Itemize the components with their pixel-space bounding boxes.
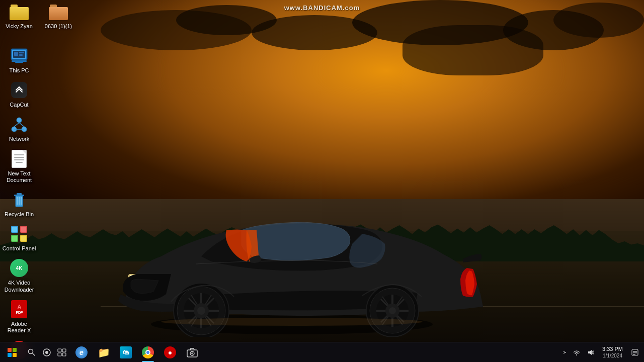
desktop-icon-recycle-bin[interactable]: Recycle Bin (0, 187, 38, 221)
desktop-icons: This PC CapCut (0, 43, 40, 362)
desktop-icon-this-pc[interactable]: This PC (0, 43, 38, 77)
file-icon-0630-label: 0630 (1)(1) (45, 23, 72, 29)
control-panel-icon (9, 224, 29, 244)
user-folder-label: Vicky Zyan (6, 23, 33, 29)
clock-date: 1/1/2024 (603, 352, 622, 359)
svg-rect-52 (12, 227, 17, 232)
taskbar-store-button[interactable]: 🛍 (115, 342, 137, 363)
desktop-icon-adobe-reader[interactable]: A PDF Adobe Reader X (0, 296, 38, 337)
system-tray: 3:33 PM 1/1/2024 (560, 342, 644, 363)
taskbar-media-button[interactable]: ● (159, 342, 181, 363)
svg-rect-69 (633, 352, 637, 353)
svg-rect-63 (62, 353, 66, 356)
tray-network-icon[interactable] (570, 342, 583, 363)
watermark: www.BANDICAM.com (284, 4, 360, 12)
4k-video-label: 4K Video Downloader (2, 280, 36, 293)
svg-rect-44 (17, 193, 22, 195)
capcut-icon-img (9, 80, 29, 100)
taskbar-file-explorer-button[interactable]: 📁 (93, 342, 115, 363)
action-center-button[interactable] (628, 342, 642, 363)
svg-point-15 (197, 307, 205, 315)
taskbar-camera-button[interactable] (181, 342, 203, 363)
task-view-button[interactable] (54, 342, 69, 363)
svg-rect-62 (58, 353, 61, 356)
adobe-reader-icon: A PDF (9, 299, 29, 319)
svg-rect-55 (21, 236, 26, 241)
taskbar-clock[interactable]: 3:33 PM 1/1/2024 (598, 342, 627, 363)
svg-rect-68 (633, 351, 637, 352)
text-doc-icon (9, 149, 29, 169)
4k-video-icon: 4K (9, 258, 29, 278)
svg-line-57 (33, 353, 35, 355)
svg-rect-31 (15, 62, 23, 63)
recycle-bin-label: Recycle Bin (5, 211, 34, 218)
svg-rect-30 (12, 60, 27, 62)
start-button[interactable] (0, 342, 24, 363)
file-icon-img (49, 5, 68, 22)
desktop: www.BANDICAM.com Vicky Zyan 0630 (1)(1) (0, 0, 644, 362)
svg-point-36 (17, 118, 22, 123)
network-label: Network (9, 136, 29, 142)
cloud-7 (553, 3, 644, 38)
svg-rect-61 (62, 349, 66, 352)
cortana-button[interactable] (39, 342, 54, 363)
taskbar-pinned-apps: e 📁 🛍 ● (70, 342, 203, 363)
svg-rect-33 (14, 52, 18, 56)
svg-point-26 (389, 307, 396, 314)
new-text-doc-label: New Text Document (2, 170, 36, 184)
svg-rect-35 (19, 54, 23, 56)
taskbar-chrome-button[interactable] (137, 342, 159, 363)
taskbar-search-button[interactable] (24, 342, 39, 363)
svg-rect-70 (633, 354, 635, 355)
car-image (50, 146, 644, 337)
recycle-bin-icon (9, 190, 29, 210)
svg-point-27 (161, 318, 423, 326)
desktop-icon-control-panel[interactable]: Control Panel (0, 221, 38, 255)
taskbar: e 📁 🛍 ● (0, 342, 644, 362)
svg-line-40 (19, 123, 24, 127)
desktop-icon-new-text-doc[interactable]: New Text Document (0, 146, 38, 187)
svg-rect-54 (12, 236, 17, 241)
this-pc-label: This PC (9, 67, 29, 74)
taskbar-ie-button[interactable]: e (70, 342, 93, 363)
adobe-reader-label: Adobe Reader X (2, 321, 36, 334)
svg-line-39 (14, 123, 19, 127)
clock-time: 3:33 PM (602, 345, 623, 352)
control-panel-label: Control Panel (3, 245, 36, 252)
svg-rect-34 (19, 52, 24, 53)
user-folder-icon[interactable]: Vicky Zyan (1, 3, 37, 31)
svg-rect-60 (58, 349, 61, 352)
svg-point-66 (191, 352, 193, 354)
svg-point-59 (45, 351, 48, 354)
desktop-icon-network[interactable]: Network (0, 111, 38, 145)
this-pc-icon (9, 46, 29, 66)
tray-chevron-button[interactable] (560, 342, 569, 363)
svg-rect-53 (21, 227, 26, 232)
folder-icon-img (10, 5, 29, 22)
tray-speaker-icon[interactable] (584, 342, 597, 363)
desktop-icon-capcut[interactable]: CapCut (0, 77, 38, 111)
file-icon-0630[interactable]: 0630 (1)(1) (40, 3, 76, 31)
capcut-label: CapCut (10, 102, 28, 108)
network-icon (9, 114, 29, 134)
desktop-icon-4k-video[interactable]: 4K 4K Video Downloader (0, 255, 38, 296)
